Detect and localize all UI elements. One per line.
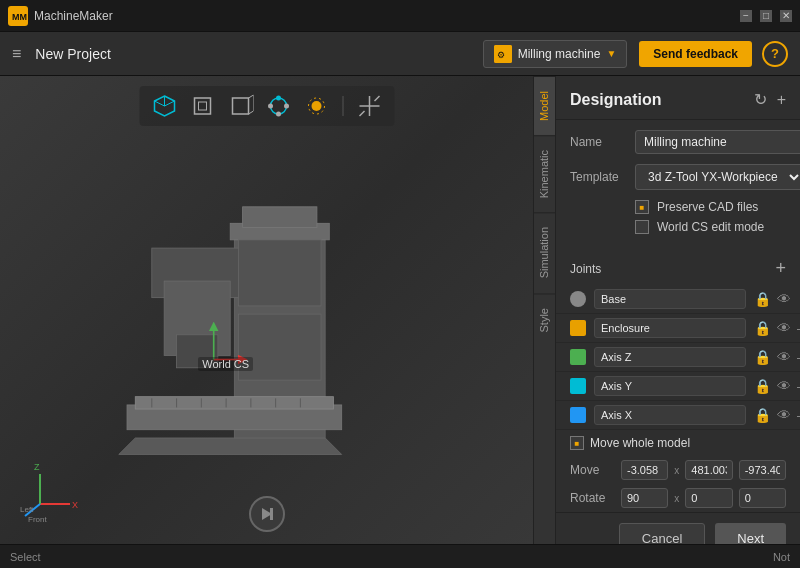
main-toolbar: ≡ New Project ⚙ Milling machine ▼ Send f… — [0, 32, 800, 76]
rotate-y-input[interactable] — [685, 488, 732, 508]
joint-color-axisx — [570, 407, 586, 423]
svg-text:X: X — [72, 500, 78, 510]
svg-point-17 — [311, 101, 321, 111]
template-select[interactable]: 3d Z-Tool YX-Workpiece — [635, 164, 800, 190]
joint-lock-base[interactable]: 🔒 — [754, 291, 771, 307]
template-label: Template — [570, 170, 635, 184]
joint-input-axisx[interactable] — [594, 405, 746, 425]
preserve-cad-checkbox[interactable] — [635, 200, 649, 214]
panel-header: Designation ↻ + — [556, 76, 800, 120]
joint-eye-axisy[interactable]: 👁 — [777, 378, 791, 394]
joint-row-axisx: 🔒 👁 — — [556, 401, 800, 430]
svg-text:Front: Front — [28, 515, 47, 524]
svg-line-7 — [154, 101, 164, 106]
refresh-button[interactable]: ↻ — [754, 90, 767, 109]
title-bar: MM MachineMaker − □ ✕ — [0, 0, 800, 32]
world-cs-checkbox[interactable] — [635, 220, 649, 234]
machine-name-label: Milling machine — [518, 47, 601, 61]
joint-row-base: 🔒 👁 — [556, 285, 800, 314]
joints-label: Joints — [570, 262, 601, 276]
joint-color-enclosure — [570, 320, 586, 336]
joint-input-axisz[interactable] — [594, 347, 746, 367]
minimize-button[interactable]: − — [740, 10, 752, 22]
move-whole-row: Move whole model — [556, 430, 800, 456]
rotate-x-input[interactable] — [621, 488, 668, 508]
status-left-text: Select — [10, 551, 41, 563]
joint-row-axisz: 🔒 👁 — — [556, 343, 800, 372]
right-panel: Designation ↻ + Name Template 3d Z-Tool … — [555, 76, 800, 544]
world-cs-edit-label: World CS edit mode — [657, 220, 764, 234]
move-x-input[interactable] — [621, 460, 668, 480]
joint-color-axisy — [570, 378, 586, 394]
joint-eye-axisx[interactable]: 👁 — [777, 407, 791, 423]
svg-text:Left: Left — [20, 505, 34, 514]
joints-header: Joints + — [556, 250, 800, 285]
side-tabs: Model Kinematic Simulation Style — [533, 76, 555, 544]
machine-selector[interactable]: ⚙ Milling machine ▼ — [483, 40, 628, 68]
joint-input-axisy[interactable] — [594, 376, 746, 396]
joint-eye-enclosure[interactable]: 👁 — [777, 320, 791, 336]
joint-color-axisz — [570, 349, 586, 365]
svg-point-15 — [268, 104, 273, 109]
move-whole-checkbox[interactable] — [570, 436, 584, 450]
tab-style[interactable]: Style — [534, 293, 555, 346]
name-section: Name Template 3d Z-Tool YX-Workpiece Pre… — [556, 120, 800, 250]
rotate-label: Rotate — [570, 491, 615, 505]
joint-lock-axisy[interactable]: 🔒 — [754, 378, 771, 394]
joint-eye-axisz[interactable]: 👁 — [777, 349, 791, 365]
svg-text:Z: Z — [34, 462, 40, 472]
tab-kinematic[interactable]: Kinematic — [534, 135, 555, 212]
status-right-text: Not — [773, 551, 790, 563]
joint-input-enclosure[interactable] — [594, 318, 746, 338]
move-z-input[interactable] — [739, 460, 786, 480]
move-y-input[interactable] — [685, 460, 732, 480]
toolbar-divider — [342, 96, 343, 116]
main-area: World CS X Z Left Front Model Kinematic … — [0, 76, 800, 544]
joint-lock-enclosure[interactable]: 🔒 — [754, 320, 771, 336]
help-button[interactable]: ? — [762, 41, 788, 67]
svg-rect-51 — [270, 508, 273, 520]
joint-input-base[interactable] — [594, 289, 746, 309]
status-bar: Select Not — [0, 544, 800, 568]
next-button[interactable]: Next — [715, 523, 786, 544]
joint-row-enclosure: 🔒 👁 — — [556, 314, 800, 343]
move-label: Move — [570, 463, 615, 477]
close-button[interactable]: ✕ — [780, 10, 792, 22]
axis-indicator: X Z Left Front — [20, 454, 90, 524]
3d-viewport[interactable]: World CS X Z Left Front — [0, 76, 533, 544]
project-title: New Project — [35, 46, 482, 62]
svg-rect-31 — [135, 397, 333, 409]
tab-simulation[interactable]: Simulation — [534, 212, 555, 292]
name-input[interactable] — [635, 130, 800, 154]
move-transform-row: Move x — [556, 456, 800, 484]
machine-model-area: World CS — [10, 116, 533, 504]
menu-icon[interactable]: ≡ — [12, 45, 21, 63]
joint-lock-axisx[interactable]: 🔒 — [754, 407, 771, 423]
preserve-cad-label: Preserve CAD files — [657, 200, 758, 214]
feedback-button[interactable]: Send feedback — [639, 41, 752, 67]
add-joint-button[interactable]: + — [775, 258, 786, 279]
panel-add-button[interactable]: + — [777, 91, 786, 109]
maximize-button[interactable]: □ — [760, 10, 772, 22]
play-button[interactable] — [249, 496, 285, 532]
machine-type-icon: ⚙ — [494, 45, 512, 63]
svg-rect-8 — [194, 98, 210, 114]
svg-point-13 — [276, 96, 281, 101]
machine-svg — [10, 116, 533, 504]
rotate-z-input[interactable] — [739, 488, 786, 508]
joint-color-base — [570, 291, 586, 307]
tab-model[interactable]: Model — [534, 76, 555, 135]
svg-rect-39 — [238, 240, 321, 306]
cancel-button[interactable]: Cancel — [619, 523, 705, 544]
dropdown-arrow-icon: ▼ — [606, 48, 616, 59]
svg-rect-9 — [198, 102, 206, 110]
joint-eye-base[interactable]: 👁 — [777, 291, 791, 307]
joint-row-axisy: 🔒 👁 — — [556, 372, 800, 401]
panel-title: Designation — [570, 91, 662, 109]
joint-lock-axisz[interactable]: 🔒 — [754, 349, 771, 365]
svg-rect-26 — [243, 207, 317, 228]
svg-rect-40 — [238, 314, 321, 380]
svg-rect-10 — [232, 98, 248, 114]
svg-text:MM: MM — [12, 12, 27, 22]
name-row: Name — [570, 130, 786, 154]
